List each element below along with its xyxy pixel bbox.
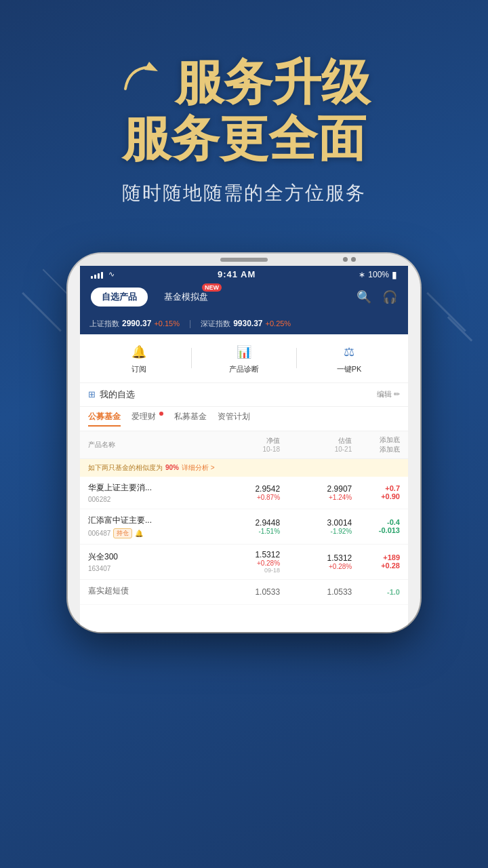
quick-action-pk[interactable]: ⚖ 一键PK <box>297 342 401 374</box>
header-section: 服务升级 服务更全面 随时随地随需的全方位服务 <box>0 0 488 233</box>
diagnose-icon: 📊 <box>235 342 253 361</box>
fund-tabs: 公募基金 爱理财 私募基金 资管计划 <box>80 407 408 431</box>
market-ticker: 上证指数 2990.37 +0.15% | 深证指数 9930.37 +0.25… <box>80 313 408 334</box>
headset-icon[interactable]: 🎧 <box>382 290 397 304</box>
quick-action-subscribe[interactable]: 🔔 订阅 <box>87 342 191 374</box>
phone-screen: 上证指数 2990.37 +0.15% | 深证指数 9930.37 +0.25… <box>80 313 408 632</box>
hold-badge: 持仓 <box>113 528 132 538</box>
similarity-notice: 如下两只基金的相似度为 90% 详细分析 > <box>80 459 408 477</box>
fund-est-1: 3.0014 -1.92% <box>280 518 352 535</box>
tab-fund-sim[interactable]: 基金模拟盘 NEW <box>153 288 219 307</box>
new-badge: NEW <box>202 283 222 292</box>
fund-info-3: 嘉实超短债 <box>88 585 208 599</box>
fund-est-0: 2.9907 +1.24% <box>280 484 352 501</box>
fund-nav-1: 2.9448 -1.51% <box>208 518 280 535</box>
fund-info-1: 汇添富中证主要... 006487 持仓 🔔 <box>88 515 208 538</box>
search-icon[interactable]: 🔍 <box>357 290 371 304</box>
fund-tab-private[interactable]: 私募基金 <box>174 411 207 427</box>
th-name: 产品名称 <box>88 440 208 450</box>
status-time: 9:41 AM <box>218 269 256 279</box>
fund-row-3[interactable]: 嘉实超短债 1.0533 1.0533 -1.0 <box>80 580 408 605</box>
fund-nav-2: 1.5312 +0.28% 09-18 <box>208 550 280 574</box>
edit-icon: ✏ <box>394 390 400 399</box>
fund-row-1[interactable]: 汇添富中证主要... 006487 持仓 🔔 2.9448 -1.51% 3.0… <box>80 509 408 545</box>
sz-ticker: 深证指数 9930.37 +0.25% <box>201 319 291 329</box>
app-tabs-bar: 自选产品 基金模拟盘 NEW 🔍 🎧 <box>80 283 408 313</box>
fund-est-2: 1.5312 +0.28% <box>280 553 352 570</box>
fund-est-3: 1.0533 <box>280 587 352 597</box>
fund-info-0: 华夏上证主要消... 006282 <box>88 482 208 503</box>
fund-tab-public[interactable]: 公募基金 <box>88 411 121 427</box>
bottom-fade <box>80 605 408 632</box>
tab-icons: 🔍 🎧 <box>357 290 397 304</box>
table-header: 产品名称 净值 10-18 估值 10-21 添加底 添加底 <box>80 431 408 459</box>
fund-add-0: +0.7 +0.90 <box>352 484 400 500</box>
fund-add-3: -1.0 <box>352 588 400 596</box>
status-bar: ∿ 9:41 AM ∗ 100% ▮ <box>80 266 408 283</box>
signal-bars <box>91 271 103 279</box>
battery-text: 100% <box>368 270 389 279</box>
tab-dot <box>159 412 163 416</box>
watchlist-header: ⊞ 我的自选 编辑 ✏ <box>80 383 408 407</box>
status-right: ∗ 100% ▮ <box>359 269 397 280</box>
svg-marker-0 <box>144 62 158 71</box>
th-est: 估值 10-21 <box>280 436 352 453</box>
fund-tab-wealth[interactable]: 爱理财 <box>131 411 163 427</box>
fund-add-2: +189 +0.28 <box>352 553 400 570</box>
watchlist-icon: ⊞ <box>88 389 96 399</box>
subscribe-icon: 🔔 <box>129 342 148 361</box>
fund-add-1: -0.4 -0.013 <box>352 518 400 534</box>
th-add: 添加底 添加底 <box>352 435 400 454</box>
arrow-icon <box>119 54 163 111</box>
watchlist-edit[interactable]: 编辑 ✏ <box>377 389 400 399</box>
status-left: ∿ <box>91 270 115 279</box>
tab-self-select[interactable]: 自选产品 <box>91 288 148 307</box>
similarity-link[interactable]: 详细分析 > <box>182 463 215 473</box>
th-nav: 净值 10-18 <box>208 436 280 453</box>
fund-tab-asset[interactable]: 资管计划 <box>218 411 250 427</box>
fund-row-2[interactable]: 兴全300 163407 1.5312 +0.28% 09-18 1.5312 … <box>80 545 408 580</box>
main-title-line2: 服务更全面 <box>27 111 461 167</box>
sh-ticker: 上证指数 2990.37 +0.15% <box>89 319 180 329</box>
phone-mockup: ∿ 9:41 AM ∗ 100% ▮ 自选产品 基金模拟盘 NEW 🔍 🎧 <box>68 254 420 632</box>
main-title-line1: 服务升级 <box>27 54 461 111</box>
fund-info-2: 兴全300 163407 <box>88 551 208 572</box>
wifi-icon: ∿ <box>108 270 115 279</box>
pk-icon: ⚖ <box>340 342 359 361</box>
bell-icon: 🔔 <box>135 530 143 537</box>
battery-icon: ▮ <box>392 269 397 280</box>
bluetooth-icon: ∗ <box>359 270 365 279</box>
phone-mockup-container: ∿ 9:41 AM ∗ 100% ▮ 自选产品 基金模拟盘 NEW 🔍 🎧 <box>0 254 488 632</box>
fund-nav-3: 1.0533 <box>208 587 280 597</box>
subtitle: 随时随地随需的全方位服务 <box>27 180 461 206</box>
quick-action-diagnose[interactable]: 📊 产品诊断 <box>192 342 296 374</box>
fund-row-0[interactable]: 华夏上证主要消... 006282 2.9542 +0.87% 2.9907 +… <box>80 477 408 509</box>
quick-actions: 🔔 订阅 📊 产品诊断 ⚖ 一键PK <box>80 334 408 383</box>
fund-nav-0: 2.9542 +0.87% <box>208 484 280 501</box>
ticker-divider: | <box>189 319 191 328</box>
watchlist-title: ⊞ 我的自选 <box>88 389 135 401</box>
